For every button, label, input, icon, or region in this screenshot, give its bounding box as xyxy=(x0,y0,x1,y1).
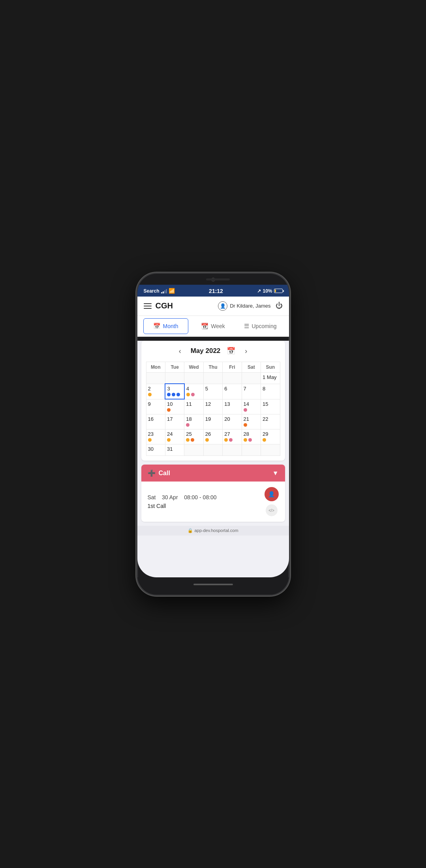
date-number: 1 May xyxy=(263,374,278,380)
calendar-cell[interactable]: 26 xyxy=(203,429,222,444)
dot-pink xyxy=(186,423,190,427)
calendar-cell[interactable]: 27 xyxy=(223,429,242,444)
date-number: 14 xyxy=(244,401,259,407)
date-number: 11 xyxy=(186,401,201,407)
dot-yellow xyxy=(205,438,209,442)
calendar-cell[interactable]: 28 xyxy=(242,429,261,444)
calendar-cell[interactable]: 15 xyxy=(261,399,280,414)
calendar-cell[interactable] xyxy=(203,372,222,384)
tab-month[interactable]: 📅 Month xyxy=(143,318,188,334)
date-number: 25 xyxy=(186,431,201,437)
date-number: 19 xyxy=(205,416,221,422)
day-header-thu: Thu xyxy=(203,362,222,372)
calendar-container: ‹ May 2022 📅 › Mon Tue Wed Thu Fri Sat xyxy=(141,341,285,461)
calendar-cell[interactable]: 16 xyxy=(146,414,165,429)
calendar-cell[interactable]: 4 xyxy=(184,384,203,399)
calendar-cell[interactable] xyxy=(223,372,242,384)
dot-yellow xyxy=(148,438,152,442)
calendar-cell[interactable]: 5 xyxy=(203,384,222,399)
calendar-cell[interactable] xyxy=(261,444,280,456)
upcoming-tab-icon: ☰ xyxy=(244,323,249,330)
calendar-cell[interactable]: 2 xyxy=(146,384,165,399)
calendar-cell[interactable]: 22 xyxy=(261,414,280,429)
calendar-cell[interactable]: 9 xyxy=(146,399,165,414)
phone-frame: Search 📶 21:12 ↗ 10% CGH xyxy=(136,273,290,596)
calendar-cell[interactable] xyxy=(242,372,261,384)
power-button[interactable]: ⏻ xyxy=(276,302,283,310)
call-day: Sat xyxy=(148,494,156,500)
calendar-cell[interactable]: 12 xyxy=(203,399,222,414)
status-bar: Search 📶 21:12 ↗ 10% xyxy=(137,285,289,297)
carrier-label: Search xyxy=(144,288,160,294)
status-left: Search 📶 xyxy=(144,288,175,294)
call-add-icon: ➕ xyxy=(148,469,156,477)
calendar-cell[interactable]: 11 xyxy=(184,399,203,414)
calendar-cell[interactable]: 6 xyxy=(223,384,242,399)
user-icon: 👤 xyxy=(218,301,227,311)
dot-yellow xyxy=(167,438,171,442)
hamburger-menu[interactable] xyxy=(144,303,152,309)
calendar-cell[interactable] xyxy=(165,372,184,384)
call-header-label: Call xyxy=(159,470,170,477)
calendar-cell[interactable]: 14 xyxy=(242,399,261,414)
dot-pink xyxy=(191,393,195,396)
calendar-cell[interactable]: 19 xyxy=(203,414,222,429)
calendar-cell[interactable] xyxy=(223,444,242,456)
dot-pink xyxy=(244,408,247,412)
date-number: 20 xyxy=(224,416,240,422)
tab-week[interactable]: 📆 Week xyxy=(191,318,236,334)
speaker xyxy=(206,278,230,280)
dot-blue xyxy=(176,393,180,396)
date-number: 21 xyxy=(244,416,259,422)
prev-month-button[interactable]: ‹ xyxy=(176,345,184,357)
home-indicator[interactable] xyxy=(193,584,233,585)
calendar-cell[interactable]: 10 xyxy=(165,399,184,414)
date-number: 26 xyxy=(205,431,221,437)
calendar-cell[interactable] xyxy=(242,444,261,456)
dot-yellow xyxy=(148,393,152,396)
dot-blue xyxy=(172,393,175,396)
day-header-fri: Fri xyxy=(223,362,242,372)
tab-upcoming[interactable]: ☰ Upcoming xyxy=(238,318,283,334)
date-number: 7 xyxy=(244,386,259,392)
date-number: 27 xyxy=(224,431,240,437)
calendar-cell[interactable]: 30 xyxy=(146,444,165,456)
status-right: ↗ 10% xyxy=(257,288,282,294)
calendar-cell[interactable] xyxy=(203,444,222,456)
calendar-picker-icon[interactable]: 📅 xyxy=(227,347,235,355)
calendar-grid: Mon Tue Wed Thu Fri Sat Sun 1 May2345678… xyxy=(146,362,280,456)
calendar-cell[interactable]: 7 xyxy=(242,384,261,399)
call-title: 1st Call xyxy=(148,502,217,510)
call-header[interactable]: ➕ Call ▼ xyxy=(141,465,285,482)
dot-yellow xyxy=(244,438,247,442)
calendar-cell[interactable] xyxy=(184,444,203,456)
calendar-cell[interactable] xyxy=(184,372,203,384)
date-number: 3 xyxy=(167,386,182,392)
calendar-cell[interactable]: 17 xyxy=(165,414,184,429)
calendar-cell[interactable] xyxy=(146,372,165,384)
calendar-cell[interactable]: 25 xyxy=(184,429,203,444)
next-month-button[interactable]: › xyxy=(242,345,250,357)
calendar-cell[interactable]: 3 xyxy=(165,384,184,399)
calendar-cell[interactable]: 31 xyxy=(165,444,184,456)
date-number: 22 xyxy=(263,416,278,422)
calendar-cell[interactable]: 29 xyxy=(261,429,280,444)
date-number: 5 xyxy=(205,386,221,392)
calendar-cell[interactable]: 13 xyxy=(223,399,242,414)
calendar-cell[interactable]: 21 xyxy=(242,414,261,429)
month-title: May 2022 xyxy=(191,347,221,355)
calendar-cell[interactable]: 18 xyxy=(184,414,203,429)
calendar-cell[interactable]: 8 xyxy=(261,384,280,399)
app-content: ‹ May 2022 📅 › Mon Tue Wed Thu Fri Sat xyxy=(137,341,289,577)
calendar-cell[interactable]: 1 May xyxy=(261,372,280,384)
dot-orange xyxy=(244,423,247,427)
calendar-cell[interactable]: 20 xyxy=(223,414,242,429)
day-header-wed: Wed xyxy=(184,362,203,372)
date-number: 10 xyxy=(167,401,182,407)
calendar-cell[interactable]: 24 xyxy=(165,429,184,444)
calendar-cell[interactable]: 23 xyxy=(146,429,165,444)
phone-bottom xyxy=(137,577,289,595)
user-name: Dr Kildare, James xyxy=(230,303,270,309)
call-header-left: ➕ Call xyxy=(148,469,170,477)
header-left: CGH xyxy=(144,301,173,310)
